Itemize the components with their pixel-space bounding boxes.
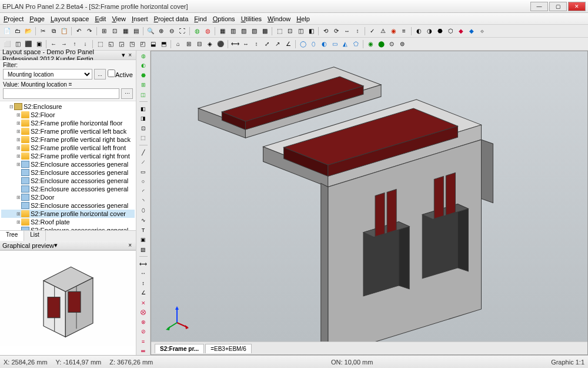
toolbar-icon[interactable]: ⊟: [195, 39, 204, 49]
line-icon[interactable]: ╱: [139, 148, 148, 156]
vtool-icon[interactable]: ◧: [139, 105, 148, 112]
toolbar-icon[interactable]: 📄: [2, 26, 12, 36]
cube-icon[interactable]: ◳: [127, 39, 136, 49]
tree-item[interactable]: ⊞S2:Frame profile horizontal cover: [1, 210, 135, 218]
toolbar-icon[interactable]: ⌂: [173, 39, 183, 49]
tree-item[interactable]: ⊞S2:Frame profile vertical left back: [1, 127, 135, 135]
menu-item-project[interactable]: Project: [4, 15, 24, 22]
arc-icon[interactable]: ◝: [139, 197, 148, 204]
vtool-icon[interactable]: ≡: [139, 337, 148, 345]
tree-item[interactable]: ⊞S2:Floor: [1, 111, 135, 119]
vtool-icon[interactable]: ◐: [139, 61, 148, 69]
dim-icon[interactable]: ↔: [241, 39, 250, 49]
active-checkbox[interactable]: [108, 69, 115, 77]
tree-view[interactable]: ⊟S2:Enclosure⊞S2:Floor⊞S2:Frame profile …: [0, 101, 136, 230]
rect-icon[interactable]: ▭: [139, 168, 148, 175]
maximize-button[interactable]: ▢: [549, 2, 567, 11]
toolbar-icon[interactable]: ✓: [368, 26, 377, 36]
arrow-icon[interactable]: →: [59, 39, 69, 49]
spline-icon[interactable]: ∿: [139, 216, 148, 224]
vtool-icon[interactable]: ↔: [139, 270, 148, 277]
zoom-out-icon[interactable]: ⊖: [167, 26, 176, 36]
menu-item-insert[interactable]: Insert: [132, 15, 148, 22]
cube-icon[interactable]: ◰: [138, 39, 147, 49]
toolbar-icon[interactable]: ◐: [414, 26, 423, 36]
toolbar-icon[interactable]: ⟳: [332, 26, 341, 36]
tree-item[interactable]: ⊞S2:Frame profile horizontal floor: [1, 119, 135, 127]
close-button[interactable]: ✕: [568, 2, 586, 11]
toolbar-icon[interactable]: ⬠: [351, 39, 360, 49]
filter-select[interactable]: Mounting location: [3, 69, 92, 79]
image-icon[interactable]: ▣: [139, 236, 148, 243]
vtool-icon[interactable]: ⊘: [139, 328, 148, 336]
vtool-icon[interactable]: ◨: [139, 115, 148, 122]
menu-item-find[interactable]: Find: [194, 15, 206, 22]
menu-item-help[interactable]: Help: [296, 15, 310, 22]
toolbar-icon[interactable]: ⚫: [216, 39, 225, 49]
view-icon[interactable]: ◫: [13, 39, 22, 49]
value-more-button[interactable]: ⋯: [121, 88, 133, 99]
grid-icon[interactable]: ▨: [239, 26, 248, 36]
tree-item[interactable]: S2:Enclosure accessories general: [1, 226, 135, 230]
toolbar-icon[interactable]: ⊚: [397, 39, 407, 49]
toolbar-icon[interactable]: ◫: [296, 26, 305, 36]
toolbar-icon[interactable]: ◈: [205, 39, 215, 49]
close-panel-button[interactable]: ×: [126, 242, 133, 248]
arrow-icon[interactable]: ←: [49, 39, 58, 49]
pin-icon[interactable]: ▾: [54, 241, 58, 249]
text-icon[interactable]: T: [139, 226, 148, 234]
tree-item[interactable]: S2:Enclosure accessories general: [1, 185, 135, 193]
toolbar-icon[interactable]: ◍: [192, 26, 202, 36]
vtool-icon[interactable]: ⩸: [139, 347, 148, 355]
zoom-in-icon[interactable]: ⊕: [156, 26, 166, 36]
toolbar-icon[interactable]: ⊞: [99, 26, 109, 36]
menu-item-edit[interactable]: Edit: [95, 15, 106, 22]
vtool-icon[interactable]: ⨂: [139, 309, 148, 316]
active-checkbox-label[interactable]: Active: [108, 69, 133, 78]
tree-item[interactable]: ⊞S2:Frame profile vertical right back: [1, 135, 135, 144]
preview-canvas[interactable]: [0, 251, 136, 346]
hatch-icon[interactable]: ▨: [139, 246, 148, 253]
arrow-icon[interactable]: ↓: [81, 39, 90, 49]
zoom-icon[interactable]: 🔍: [146, 26, 155, 36]
tree-item[interactable]: ⊞S2:Door: [1, 193, 135, 201]
viewport-tab[interactable]: =EB3+EBM/6: [205, 344, 252, 353]
filter-more-button[interactable]: ...: [94, 69, 106, 79]
tree-item[interactable]: S2:Enclosure accessories general: [1, 201, 135, 210]
toolbar-icon[interactable]: ◧: [306, 26, 316, 36]
view-icon[interactable]: ⬛: [24, 39, 33, 49]
toolbar-icon[interactable]: ⬤: [376, 39, 386, 49]
minimize-button[interactable]: —: [530, 2, 548, 11]
toolbar-icon[interactable]: ⬣: [435, 26, 445, 36]
toolbar-icon[interactable]: ⬡: [446, 26, 455, 36]
toolbar-icon[interactable]: 🗀: [13, 26, 22, 36]
dim-icon[interactable]: ↕: [252, 39, 261, 49]
tree-item[interactable]: ⊞S2:Roof plate: [1, 218, 135, 226]
dim-icon[interactable]: ⤢: [262, 39, 272, 49]
value-input[interactable]: [3, 88, 119, 99]
menu-item-options[interactable]: Options: [213, 15, 235, 22]
cube-icon[interactable]: ⬚: [95, 39, 105, 49]
toolbar-icon[interactable]: ◉: [366, 39, 375, 49]
tree-item[interactable]: ⊞S2:Enclosure accessories general: [1, 160, 135, 168]
redo-icon[interactable]: ↷: [85, 26, 94, 36]
tree-item[interactable]: ⊟S2:Enclosure: [1, 102, 135, 111]
cut-icon[interactable]: ✂: [38, 26, 48, 36]
grid-icon[interactable]: ▧: [249, 26, 259, 36]
toolbar-icon[interactable]: ◐: [319, 39, 329, 49]
tree-item[interactable]: S2:Enclosure accessories general: [1, 168, 135, 177]
vtool-icon[interactable]: ⨯: [139, 299, 148, 306]
menu-item-layout-space[interactable]: Layout space: [51, 15, 89, 22]
toolbar-icon[interactable]: ▭: [330, 39, 339, 49]
layout-tab-tree[interactable]: Tree: [0, 231, 24, 241]
cube-icon[interactable]: ⬒: [159, 39, 168, 49]
vtool-icon[interactable]: ∠: [139, 289, 148, 297]
toolbar-icon[interactable]: ⬚: [275, 26, 284, 36]
menu-item-page[interactable]: Page: [29, 15, 45, 22]
tree-item[interactable]: ⊞S2:Frame profile vertical right front: [1, 152, 135, 160]
toolbar-icon[interactable]: ↔: [342, 26, 352, 36]
vtool-icon[interactable]: ◫: [139, 91, 148, 98]
grid-icon[interactable]: ▦: [218, 26, 227, 36]
toolbar-icon[interactable]: ⊞: [184, 39, 193, 49]
undo-icon[interactable]: ↶: [74, 26, 83, 36]
